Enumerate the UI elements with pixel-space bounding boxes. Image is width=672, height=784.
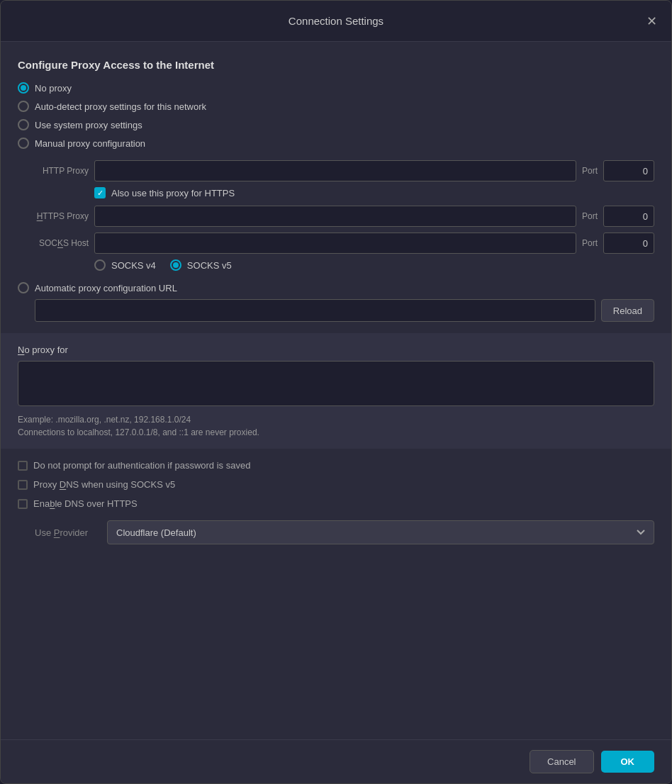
socks-v4-radio-label[interactable]: SOCKS v4 [94,259,156,271]
dialog-content: Configure Proxy Access to the Internet N… [1,42,671,739]
no-proxy-section: No proxy for Example: .mozilla.org, .net… [1,333,671,449]
radio-auto-detect-label: Auto-detect proxy settings for this netw… [35,101,206,112]
proxy-dns-text: Proxy DNS when using SOCKS v5 [33,479,175,490]
title-bar: Connection Settings ✕ [1,1,671,42]
connection-settings-dialog: Connection Settings ✕ Configure Proxy Ac… [0,0,672,784]
socks-v4-radio[interactable] [94,259,106,271]
socks-host-label: SOCKS Host [18,238,89,248]
no-proxy-textarea[interactable] [18,361,654,406]
https-proxy-label: HTTPS Proxy [18,211,89,221]
radio-auto-detect-input[interactable] [18,101,29,112]
radio-manual-proxy-input[interactable] [18,138,29,149]
no-auth-prompt-checkbox[interactable] [18,461,28,471]
dialog-footer: Cancel OK [1,739,671,783]
radio-auto-url-input[interactable] [18,282,29,293]
no-proxy-note: Connections to localhost, 127.0.0.1/8, a… [18,427,654,437]
no-auth-prompt-row: Do not prompt for authentication if pass… [18,460,654,471]
socks-v5-label: SOCKS v5 [187,260,232,271]
socks-version-row: SOCKS v4 SOCKS v5 [94,259,654,271]
socks-v4-label: SOCKS v4 [111,260,156,271]
auto-proxy-url-input[interactable] [35,299,595,322]
dialog-title: Connection Settings [289,15,383,27]
radio-manual-proxy[interactable]: Manual proxy configuration [18,138,654,149]
also-https-row: Also use this proxy for HTTPS [94,187,654,198]
enable-dns-row: Enable DNS over HTTPS [18,498,654,509]
https-port-input[interactable] [603,206,654,227]
radio-no-proxy-label: No proxy [35,83,72,94]
http-proxy-input[interactable] [94,160,576,181]
radio-system-proxy-label: Use system proxy settings [35,120,142,130]
close-button[interactable]: ✕ [642,11,661,31]
provider-label: Use Provider [35,527,99,538]
socks-v5-radio[interactable] [170,259,181,271]
cancel-button[interactable]: Cancel [530,750,593,773]
also-https-checkbox[interactable] [94,187,106,198]
ok-button[interactable]: OK [601,751,655,773]
http-proxy-label: HTTP Proxy [18,166,89,176]
https-proxy-input[interactable] [94,206,576,227]
proxy-fields: HTTP Proxy Port Also use this proxy for … [18,160,654,276]
proxy-dns-checkbox[interactable] [18,480,28,490]
enable-dns-label[interactable]: Enable DNS over HTTPS [18,498,138,509]
http-port-label: Port [582,166,598,176]
socks-host-row: SOCKS Host Port [18,233,654,254]
radio-system-proxy[interactable]: Use system proxy settings [18,119,654,130]
no-proxy-label: No proxy for [18,345,654,355]
proxy-dns-row: Proxy DNS when using SOCKS v5 [18,479,654,490]
enable-dns-checkbox[interactable] [18,499,28,509]
proxy-dns-label[interactable]: Proxy DNS when using SOCKS v5 [18,479,175,490]
also-https-text: Also use this proxy for HTTPS [111,188,235,198]
bottom-options: Do not prompt for authentication if pass… [18,449,654,556]
socks-port-input[interactable] [603,233,654,254]
socks-host-input[interactable] [94,233,576,254]
http-proxy-row: HTTP Proxy Port [18,160,654,181]
radio-no-proxy[interactable]: No proxy [18,82,654,94]
enable-dns-text: Enable DNS over HTTPS [33,498,138,509]
radio-auto-url[interactable]: Automatic proxy configuration URL [18,282,654,293]
auto-proxy-url-row: Reload [35,299,654,322]
radio-system-proxy-input[interactable] [18,119,29,130]
provider-row: Use Provider Cloudflare (Default) NextDN… [35,520,654,544]
https-proxy-row: HTTPS Proxy Port [18,206,654,227]
no-auth-prompt-text: Do not prompt for authentication if pass… [33,460,250,471]
auto-proxy-section: Automatic proxy configuration URL Reload [18,282,654,322]
https-port-label: Port [582,211,598,221]
no-auth-prompt-label[interactable]: Do not prompt for authentication if pass… [18,460,250,471]
reload-button[interactable]: Reload [601,299,654,322]
radio-auto-detect[interactable]: Auto-detect proxy settings for this netw… [18,101,654,112]
radio-manual-proxy-label: Manual proxy configuration [35,138,145,149]
http-port-input[interactable] [603,160,654,181]
radio-auto-url-label: Automatic proxy configuration URL [35,283,177,293]
socks-port-label: Port [582,238,598,248]
provider-select[interactable]: Cloudflare (Default) NextDNS Custom [107,520,654,544]
socks-v5-radio-label[interactable]: SOCKS v5 [170,259,232,271]
proxy-radio-group: No proxy Auto-detect proxy settings for … [18,82,654,149]
section-title: Configure Proxy Access to the Internet [18,59,654,71]
radio-no-proxy-input[interactable] [18,82,29,94]
also-https-label[interactable]: Also use this proxy for HTTPS [94,187,235,198]
no-proxy-example: Example: .mozilla.org, .net.nz, 192.168.… [18,415,654,425]
